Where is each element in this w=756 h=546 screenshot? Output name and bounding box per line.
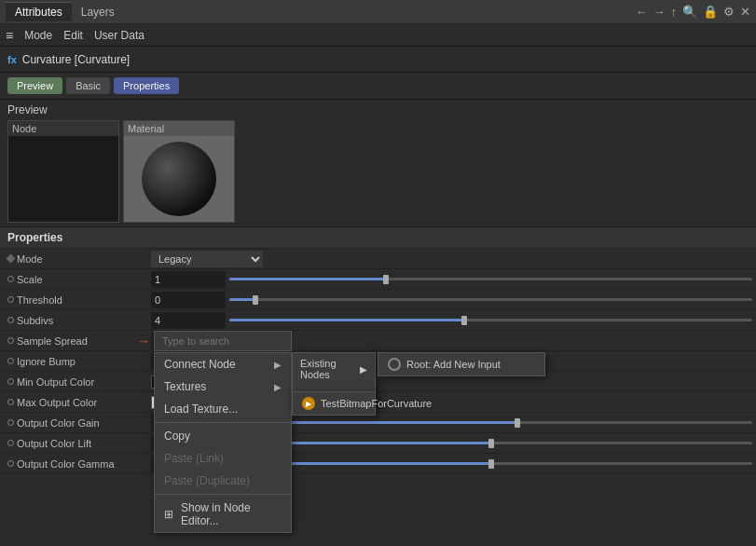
gamma-slider[interactable] xyxy=(229,462,752,465)
prop-name-threshold: Threshold xyxy=(17,294,138,306)
context-search-box xyxy=(154,331,292,351)
mode-diamond xyxy=(4,253,17,266)
hamburger-icon[interactable]: ≡ xyxy=(6,28,13,43)
menu-userdata[interactable]: User Data xyxy=(94,29,144,42)
material-label: Material xyxy=(124,121,234,136)
properties-section: Properties Mode Legacy Scale Threshold xyxy=(0,226,756,474)
root-label: Root: Add New Input xyxy=(406,359,501,370)
paste-duplicate-label: Paste (Duplicate) xyxy=(164,474,250,487)
prop-row-mode: Mode Legacy xyxy=(0,249,756,269)
node-content xyxy=(8,136,118,222)
bitmap-label: TestBitmapForCurvature xyxy=(321,398,432,409)
connect-node-label: Connect Node xyxy=(164,358,236,371)
forward-icon[interactable]: → xyxy=(653,5,666,19)
action-buttons: Preview Basic Properties xyxy=(0,73,756,100)
bitmap-icon: ▶ xyxy=(302,397,315,410)
prop-row-sample-spread: Sample Spread → xyxy=(0,331,756,351)
subdivs-slider[interactable] xyxy=(229,319,752,321)
submenu-nodes-panel: ▶ TestBitmapForCurvature xyxy=(292,391,376,416)
up-icon[interactable]: ↑ xyxy=(671,5,678,19)
fx-badge: fx xyxy=(7,54,17,65)
node-editor-icon: ⊞ xyxy=(164,508,177,521)
sample-spread-indicator: → xyxy=(138,334,151,348)
subdivs-diamond xyxy=(4,314,17,327)
prop-name-max-color: Max Output Color xyxy=(17,397,138,408)
threshold-value xyxy=(151,292,752,308)
show-node-editor-label: Show in Node Editor... xyxy=(181,501,282,527)
ignore-bump-diamond xyxy=(4,355,17,368)
prop-row-gamma: Output Color Gamma xyxy=(0,454,756,474)
tab-bar: Attributes Layers ← → ↑ 🔍 🔒 ⚙ ✕ xyxy=(0,0,756,24)
scale-diamond xyxy=(4,273,17,286)
min-color-diamond xyxy=(4,375,17,389)
material-content xyxy=(124,136,234,222)
gain-slider[interactable] xyxy=(229,421,752,424)
settings-icon[interactable]: ⚙ xyxy=(723,5,735,19)
preview-images: Node Material xyxy=(7,120,749,223)
shader-title: Curvature [Curvature] xyxy=(22,53,130,66)
search-icon[interactable]: 🔍 xyxy=(682,5,697,19)
mode-value: Legacy xyxy=(151,251,752,267)
scale-input[interactable] xyxy=(151,271,226,288)
prop-name-gain: Output Color Gain xyxy=(17,417,138,429)
context-item-copy[interactable]: Copy xyxy=(155,425,291,447)
nav-icons: ← → ↑ 🔍 🔒 ⚙ ✕ xyxy=(636,5,751,19)
preview-button[interactable]: Preview xyxy=(7,77,62,94)
context-item-paste-link: Paste (Link) xyxy=(155,447,291,470)
back-icon[interactable]: ← xyxy=(636,5,648,19)
context-divider-1 xyxy=(155,422,291,423)
root-icon xyxy=(388,358,401,371)
scale-slider[interactable] xyxy=(229,278,752,280)
prop-name-sample-spread: Sample Spread xyxy=(17,335,138,347)
existing-nodes-label: Existing Nodes xyxy=(300,358,360,380)
prop-row-scale: Scale xyxy=(0,269,756,290)
threshold-slider[interactable] xyxy=(229,298,752,301)
load-texture-label: Load Texture... xyxy=(164,403,238,416)
node-result-root[interactable]: Root: Add New Input xyxy=(378,353,544,375)
preview-material: Material xyxy=(123,120,235,223)
scale-value xyxy=(151,271,752,288)
menu-bar: ≡ Mode Edit User Data xyxy=(0,24,756,47)
close-icon[interactable]: ✕ xyxy=(740,5,750,19)
basic-button[interactable]: Basic xyxy=(66,77,110,94)
lock-icon[interactable]: 🔒 xyxy=(703,5,718,19)
prop-name-gamma: Output Color Gamma xyxy=(17,458,138,470)
sample-spread-diamond xyxy=(4,334,17,348)
menu-edit[interactable]: Edit xyxy=(63,29,83,42)
preview-node: Node xyxy=(7,120,119,223)
prop-name-lift: Output Color Lift xyxy=(17,438,138,449)
context-search-input[interactable] xyxy=(155,332,291,350)
properties-button[interactable]: Properties xyxy=(114,77,179,94)
lift-slider[interactable] xyxy=(229,442,752,444)
node-result-panel: Root: Add New Input xyxy=(378,352,545,376)
context-item-paste-duplicate: Paste (Duplicate) xyxy=(155,470,291,492)
prop-name-scale: Scale xyxy=(17,274,138,285)
prop-row-lift: Output Color Lift xyxy=(0,433,756,454)
node-label: Node xyxy=(8,121,118,136)
properties-header: Properties xyxy=(0,227,756,249)
context-item-textures[interactable]: Textures ▶ xyxy=(155,375,291,398)
subdivs-input[interactable] xyxy=(151,312,226,329)
copy-label: Copy xyxy=(164,430,190,443)
threshold-input[interactable] xyxy=(151,292,226,308)
context-item-load-texture[interactable]: Load Texture... xyxy=(155,398,291,420)
paste-link-label: Paste (Link) xyxy=(164,452,224,465)
menu-mode[interactable]: Mode xyxy=(24,29,52,42)
node-result-bitmap[interactable]: ▶ TestBitmapForCurvature xyxy=(293,392,375,415)
tab-attributes[interactable]: Attributes xyxy=(6,2,72,21)
tab-layers[interactable]: Layers xyxy=(72,3,124,21)
prop-name-subdivs: Subdivs xyxy=(17,315,138,326)
textures-chevron: ▶ xyxy=(274,382,282,392)
textures-label: Textures xyxy=(164,380,206,393)
submenu-item-existing-nodes[interactable]: Existing Nodes ▶ xyxy=(293,353,375,385)
preview-label: Preview xyxy=(7,103,749,116)
context-menu: Connect Node ▶ Textures ▶ Load Texture..… xyxy=(154,352,292,533)
context-item-connect-node[interactable]: Connect Node ▶ xyxy=(155,353,291,375)
prop-name-min-color: Min Output Color xyxy=(17,376,138,388)
prop-row-subdivs: Subdivs xyxy=(0,310,756,331)
subdivs-value xyxy=(151,312,752,329)
mode-select[interactable]: Legacy xyxy=(151,251,263,267)
preview-section: Preview Node Material xyxy=(0,100,756,226)
context-item-show-node-editor[interactable]: ⊞ Show in Node Editor... xyxy=(155,497,291,532)
lift-diamond xyxy=(4,437,17,450)
